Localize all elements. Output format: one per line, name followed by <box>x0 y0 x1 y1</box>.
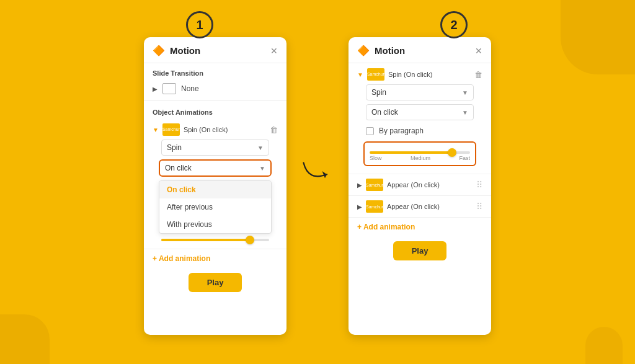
step2-circle: 2 <box>440 11 468 38</box>
step1-circle: 1 <box>186 11 213 38</box>
add-animation-button-2[interactable]: + Add animation <box>349 218 424 236</box>
dropdown-menu-item-after[interactable]: After previous <box>159 198 271 216</box>
anim-thumbnail-1: Sam chur <box>162 123 180 136</box>
motion-icon-1: 🔶 <box>153 45 165 56</box>
slide-transition-row: ▶ None <box>144 79 286 98</box>
slider-medium-label: Medium <box>411 155 430 161</box>
svg-marker-0 <box>322 171 327 178</box>
by-paragraph-checkbox[interactable] <box>366 127 374 135</box>
appear2-text: Appear (On click) <box>387 203 473 210</box>
obj-anim-title: Object Animations <box>153 109 278 116</box>
onclick-dropdown-2-arrow: ▼ <box>462 109 468 116</box>
panel1-close-button[interactable]: ✕ <box>270 46 278 56</box>
by-paragraph-label: By paragraph <box>379 127 424 135</box>
spin-dropdown-2[interactable]: Spin ▼ <box>366 84 474 100</box>
speed-slider-container: Slow Medium Fast <box>363 141 476 166</box>
slide-transition-chevron: ▶ <box>153 86 158 92</box>
slider-track-2[interactable] <box>370 151 470 154</box>
appear1-text: Appear (On click) <box>387 181 473 189</box>
slide-transition-value: None <box>181 84 199 93</box>
anim-chevron-down-icon: ▼ <box>153 127 159 133</box>
slider-fast-label: Fast <box>459 155 470 161</box>
slider-thumb-1[interactable] <box>246 236 254 244</box>
spin-dropdown-1[interactable]: Spin ▼ <box>161 140 269 156</box>
anim2-chevron-down-icon: ▼ <box>357 71 363 78</box>
slide-icon <box>162 83 176 94</box>
panels-container: 🔶 Motion ✕ Slide Transition ▶ None Objec… <box>31 37 604 335</box>
appear1-thumbnail: Sam chur <box>366 179 383 191</box>
by-paragraph-row: By paragraph <box>357 124 482 139</box>
slider-fill-1 <box>161 239 247 241</box>
panel1: 🔶 Motion ✕ Slide Transition ▶ None Objec… <box>144 37 286 335</box>
anim-name-1: Spin (On click) <box>184 126 266 133</box>
panel2-title: Motion <box>375 45 470 56</box>
appear2-chevron-icon: ▶ <box>357 203 362 210</box>
arrow-between-panels <box>299 149 336 186</box>
spin-dropdown-2-arrow: ▼ <box>462 89 468 96</box>
panel2-header: 🔶 Motion ✕ <box>349 37 491 63</box>
dropdown-menu-item-onclick[interactable]: On click <box>159 181 271 198</box>
slider-labels: Slow Medium Fast <box>370 155 470 161</box>
anim-item-1: ▼ Sam chur Spin (On click) 🗑 Spin ▼ On c… <box>144 118 286 249</box>
motion-icon-2: 🔶 <box>357 45 370 56</box>
dropdown-menu-item-with[interactable]: With previous <box>159 216 271 233</box>
anim-delete-button-2[interactable]: 🗑 <box>474 70 482 79</box>
slider-fill-2 <box>370 151 450 154</box>
play-button-1[interactable]: Play <box>189 273 242 292</box>
anim-item-2-header: ▼ Sam chur Spin (On click) 🗑 <box>357 68 482 81</box>
onclick-dropdown-1[interactable]: On click ▼ <box>159 159 272 177</box>
slider-1 <box>161 239 269 241</box>
dropdown-menu-1: On click After previous With previous <box>159 180 272 234</box>
anim-item-2: ▼ Sam chur Spin (On click) 🗑 Spin ▼ On c… <box>349 63 491 174</box>
slider-slow-label: Slow <box>370 155 382 161</box>
appear1-dots-button[interactable]: ⠿ <box>476 180 482 190</box>
spin-dropdown-arrow: ▼ <box>257 144 264 151</box>
appear-item-1: ▶ Sam chur Appear (On click) ⠿ <box>349 174 491 196</box>
appear-item-2: ▶ Sam chur Appear (On click) ⠿ <box>349 196 491 218</box>
panel1-title: Motion <box>170 45 265 56</box>
appear1-chevron-icon: ▶ <box>357 182 362 189</box>
add-animation-button-1[interactable]: + Add animation <box>144 249 219 268</box>
slider-track-1[interactable] <box>161 239 269 241</box>
anim-name-2: Spin (On click) <box>388 71 471 78</box>
anim-delete-button-1[interactable]: 🗑 <box>270 125 278 135</box>
panel1-header: 🔶 Motion ✕ <box>144 37 286 63</box>
appear2-thumbnail: Sam chur <box>366 200 383 213</box>
anim-item-1-header: ▼ Sam chur Spin (On click) 🗑 <box>153 123 278 136</box>
obj-anim-header: Object Animations <box>144 104 286 118</box>
panel2-close-button[interactable]: ✕ <box>475 46 482 56</box>
onclick-dropdown-2[interactable]: On click ▼ <box>366 104 474 120</box>
play-button-2[interactable]: Play <box>393 241 447 260</box>
appear2-dots-button[interactable]: ⠿ <box>476 202 482 211</box>
anim-thumbnail-2: Sam chur <box>367 68 384 81</box>
slide-transition-label: Slide Transition <box>144 63 286 79</box>
panel2: 🔶 Motion ✕ ▼ Sam chur Spin (On click) 🗑 … <box>349 37 491 335</box>
onclick-dropdown-arrow: ▼ <box>259 165 265 172</box>
divider1 <box>144 100 286 101</box>
